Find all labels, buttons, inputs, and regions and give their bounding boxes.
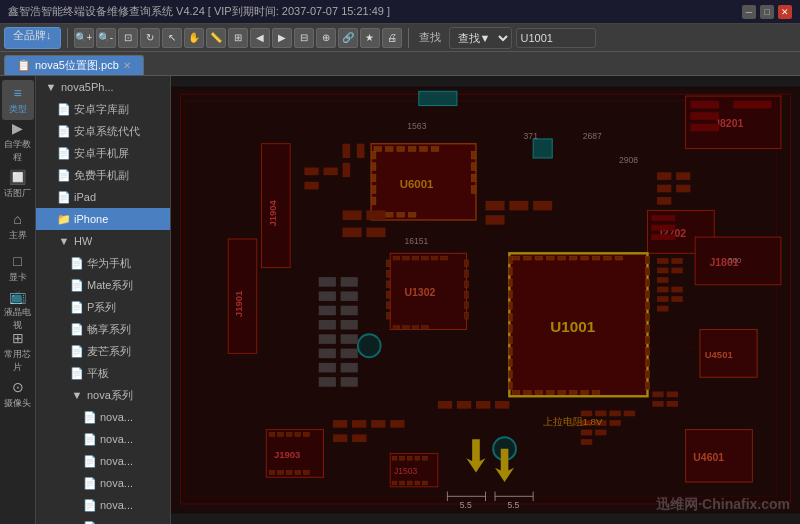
sidebar-item-nova6[interactable]: 📄 nova... xyxy=(36,516,170,524)
maximize-button[interactable]: □ xyxy=(760,5,774,19)
sidebar-item-android-phone[interactable]: 📄 安卓手机屏 xyxy=(36,142,170,164)
sidebar-label: P系列 xyxy=(87,300,116,315)
svg-text:5.5: 5.5 xyxy=(460,500,472,510)
svg-text:2687: 2687 xyxy=(583,131,602,141)
nav-tv[interactable]: 📺 液晶电视 xyxy=(2,290,34,330)
svg-rect-39 xyxy=(471,174,476,182)
svg-rect-22 xyxy=(374,147,382,152)
sidebar-item-iphone[interactable]: 📁 iPhone xyxy=(36,208,170,230)
sidebar-item-nova3[interactable]: 📄 nova... xyxy=(36,450,170,472)
doc-icon: 📄 xyxy=(83,432,97,446)
zoom-in-button[interactable]: 🔍+ xyxy=(74,28,94,48)
svg-rect-59 xyxy=(581,391,589,395)
nav-category[interactable]: ≡ 类型 xyxy=(2,80,34,120)
svg-rect-23 xyxy=(385,147,393,152)
sidebar-item-tablet[interactable]: 📄 平板 xyxy=(36,362,170,384)
sidebar-item-android-sys[interactable]: 📄 安卓系统代代 xyxy=(36,120,170,142)
svg-text:J1904: J1904 xyxy=(267,199,278,226)
sidebar-item-maifang[interactable]: 📄 麦芒系列 xyxy=(36,340,170,362)
nav-gpu[interactable]: □ 显卡 xyxy=(2,248,34,288)
folder-icon: 📁 xyxy=(57,212,71,226)
nav-diagram[interactable]: 🔲 话图厂 xyxy=(2,164,34,204)
sidebar-item-p-series[interactable]: 📄 P系列 xyxy=(36,296,170,318)
pcb-view[interactable]: J8201 J2702 J1801 xyxy=(171,76,800,524)
svg-rect-207 xyxy=(341,363,358,373)
pcb-tab[interactable]: 📋 nova5位置图.pcb ✕ xyxy=(4,55,144,75)
sidebar-item-huawei-phone[interactable]: 📄 华为手机 xyxy=(36,252,170,274)
tab-bar: 📋 nova5位置图.pcb ✕ xyxy=(0,52,800,76)
nav-chips[interactable]: ⊞ 常用芯片 xyxy=(2,332,34,372)
doc-icon: 📄 xyxy=(57,102,71,116)
svg-text:U1001: U1001 xyxy=(550,318,595,335)
sidebar-item-changxiang[interactable]: 📄 畅享系列 xyxy=(36,318,170,340)
svg-rect-29 xyxy=(385,212,393,217)
tab-close-icon[interactable]: ✕ xyxy=(123,60,131,71)
svg-rect-46 xyxy=(546,256,554,260)
svg-rect-94 xyxy=(403,326,410,330)
select-button[interactable]: ↖ xyxy=(162,28,182,48)
svg-rect-201 xyxy=(341,320,358,330)
svg-rect-64 xyxy=(508,290,512,298)
sidebar-label: 安卓手机屏 xyxy=(74,146,129,161)
zoom-out-button[interactable]: 🔍- xyxy=(96,28,116,48)
svg-rect-48 xyxy=(569,256,577,260)
pcb-canvas: J8201 J2702 J1801 xyxy=(171,76,800,524)
prev-button[interactable]: ◀ xyxy=(250,28,270,48)
svg-rect-195 xyxy=(341,277,358,287)
fit-button[interactable]: ⊡ xyxy=(118,28,138,48)
svg-rect-40 xyxy=(471,186,476,194)
svg-rect-77 xyxy=(646,302,650,310)
svg-rect-52 xyxy=(615,256,623,260)
svg-rect-57 xyxy=(558,391,566,395)
svg-text:J1903: J1903 xyxy=(274,449,300,460)
svg-rect-98 xyxy=(386,270,390,277)
grid-button[interactable]: ⊟ xyxy=(294,28,314,48)
svg-rect-60 xyxy=(592,391,600,395)
doc-icon: 📄 xyxy=(83,476,97,490)
svg-rect-181 xyxy=(667,391,678,397)
hand-button[interactable]: ✋ xyxy=(184,28,204,48)
svg-rect-147 xyxy=(486,201,505,211)
svg-rect-161 xyxy=(352,420,366,428)
highlight-button[interactable]: ★ xyxy=(360,28,380,48)
sidebar-item-nova4[interactable]: 📄 nova... xyxy=(36,472,170,494)
net-button[interactable]: 🔗 xyxy=(338,28,358,48)
sidebar-item-ipad[interactable]: 📄 iPad xyxy=(36,186,170,208)
sidebar-item-nova5ph[interactable]: ▼ nova5Ph... xyxy=(36,76,170,98)
nav-tutorial[interactable]: ▶ 自学教程 xyxy=(2,122,34,162)
app-title: 鑫智浩智能终端设备维修查询系统 V4.24 [ VIP到期时间: 2037-07… xyxy=(8,4,390,19)
next-button[interactable]: ▶ xyxy=(272,28,292,48)
minimize-button[interactable]: ─ xyxy=(742,5,756,19)
svg-rect-50 xyxy=(592,256,600,260)
sidebar-item-nova2[interactable]: 📄 nova... xyxy=(36,428,170,450)
sidebar-label: nova... xyxy=(100,499,133,511)
layer-button[interactable]: ⊞ xyxy=(228,28,248,48)
sidebar-item-android-font[interactable]: 📄 安卓字库副 xyxy=(36,98,170,120)
nav-camera[interactable]: ⊙ 摄像头 xyxy=(2,374,34,414)
home-icon: ⌂ xyxy=(13,211,21,227)
search-input[interactable] xyxy=(516,28,596,48)
svg-rect-200 xyxy=(319,320,336,330)
doc-icon: 📄 xyxy=(57,124,71,138)
sidebar-item-nova5[interactable]: 📄 nova... xyxy=(36,494,170,516)
svg-rect-142 xyxy=(323,168,337,176)
svg-text:U4501: U4501 xyxy=(705,349,734,360)
nav-home[interactable]: ⌂ 主界 xyxy=(2,206,34,246)
sidebar-item-nova-series[interactable]: ▼ nova系列 xyxy=(36,384,170,406)
svg-rect-165 xyxy=(352,434,366,442)
svg-rect-79 xyxy=(646,325,650,333)
svg-rect-205 xyxy=(341,349,358,359)
sidebar-item-nova1[interactable]: 📄 nova... xyxy=(36,406,170,428)
measure-button[interactable]: 📏 xyxy=(206,28,226,48)
print-button[interactable]: 🖨 xyxy=(382,28,402,48)
svg-rect-121 xyxy=(278,471,284,475)
sidebar-item-mate[interactable]: 📄 Mate系列 xyxy=(36,274,170,296)
sidebar-item-hw[interactable]: ▼ HW xyxy=(36,230,170,252)
search-type-select[interactable]: 查找▼ xyxy=(449,27,512,49)
svg-rect-162 xyxy=(371,420,385,428)
brand-select-button[interactable]: 全品牌↓ xyxy=(4,27,61,49)
sidebar-item-free-phone[interactable]: 📄 免费手机副 xyxy=(36,164,170,186)
close-button[interactable]: ✕ xyxy=(778,5,792,19)
rotate-button[interactable]: ↻ xyxy=(140,28,160,48)
snap-button[interactable]: ⊕ xyxy=(316,28,336,48)
